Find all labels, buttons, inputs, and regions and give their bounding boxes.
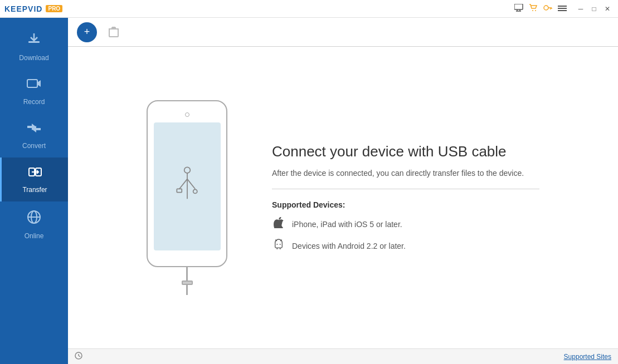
delete-button[interactable] — [104, 22, 124, 42]
title-bar: KEEPVID PRO ─ □ ✕ — [0, 0, 618, 18]
phone-camera — [185, 112, 189, 117]
transfer-label: Transfer — [22, 186, 47, 194]
usb-symbol-icon — [171, 164, 204, 209]
key-icon[interactable] — [543, 4, 552, 13]
download-icon — [26, 31, 42, 51]
online-label: Online — [25, 232, 44, 240]
sidebar-item-record[interactable]: Record — [0, 70, 68, 114]
cable-head — [182, 281, 193, 285]
supported-devices-title: Supported Devices: — [272, 200, 539, 209]
usb-cable — [182, 267, 193, 295]
record-icon — [26, 77, 42, 95]
svg-rect-33 — [177, 189, 182, 192]
svg-rect-24 — [109, 29, 118, 37]
svg-rect-16 — [27, 80, 37, 87]
android-device-item: Devices with Android 2.2 or later. — [272, 239, 539, 253]
sidebar-item-transfer[interactable]: Transfer — [0, 158, 68, 201]
phone-graphic — [147, 100, 227, 267]
logo-area: KEEPVID PRO — [4, 4, 62, 13]
sidebar-item-download[interactable]: Download — [0, 23, 68, 70]
device-list: iPhone, iPad with iOS 5 or later. Device… — [272, 217, 539, 253]
android-icon — [272, 239, 285, 253]
convert-icon — [26, 121, 42, 139]
app-name: KEEPVID — [4, 4, 42, 13]
svg-line-32 — [187, 179, 195, 189]
phone-screen — [154, 122, 221, 250]
download-label: Download — [19, 54, 48, 62]
svg-point-37 — [280, 244, 281, 245]
svg-line-44 — [79, 356, 80, 357]
svg-line-31 — [179, 179, 187, 189]
ios-device-text: iPhone, iPad with iOS 5 or later. — [292, 220, 402, 229]
sidebar-item-online[interactable]: Online — [0, 201, 68, 248]
online-icon — [26, 209, 42, 229]
svg-point-5 — [535, 10, 536, 11]
main-layout: Download Record Convert Transfer Online — [0, 18, 618, 364]
svg-point-4 — [532, 10, 533, 11]
clock-icon — [75, 352, 82, 361]
svg-point-29 — [184, 167, 190, 173]
android-device-text: Devices with Android 2.2 or later. — [292, 242, 406, 250]
info-panel: Connect your device with USB cable After… — [272, 142, 539, 253]
svg-point-34 — [193, 189, 197, 193]
svg-point-6 — [544, 6, 548, 10]
sidebar: Download Record Convert Transfer Online — [0, 18, 68, 364]
supported-sites-link[interactable]: Supported Sites — [564, 353, 611, 361]
content-main: Connect your device with USB cable After… — [68, 47, 618, 348]
svg-rect-0 — [514, 4, 523, 9]
add-button[interactable]: + — [77, 22, 97, 42]
connect-subtitle: After the device is connected, you can d… — [272, 169, 539, 178]
maximize-button[interactable]: □ — [588, 3, 600, 15]
status-left — [75, 352, 82, 361]
apple-icon — [272, 217, 285, 231]
window-controls: ─ □ ✕ — [575, 3, 614, 15]
content-area: + — [68, 18, 618, 364]
title-bar-icons — [514, 4, 567, 13]
device-illustration — [147, 100, 227, 295]
cart-icon[interactable] — [529, 4, 538, 13]
record-label: Record — [23, 98, 45, 106]
transfer-icon — [27, 165, 43, 183]
connect-title: Connect your device with USB cable — [272, 142, 539, 161]
sidebar-item-convert[interactable]: Convert — [0, 114, 68, 158]
status-bar: Supported Sites — [68, 348, 618, 364]
ios-device-item: iPhone, iPad with iOS 5 or later. — [272, 217, 539, 231]
close-button[interactable]: ✕ — [601, 3, 614, 15]
info-divider — [272, 189, 539, 189]
pro-badge: PRO — [46, 5, 62, 12]
cable-wire-bottom — [186, 285, 188, 295]
monitor-icon[interactable] — [514, 4, 523, 13]
toolbar: + — [68, 18, 618, 47]
minimize-button[interactable]: ─ — [575, 3, 587, 15]
convert-label: Convert — [22, 142, 46, 150]
menu-icon[interactable] — [558, 4, 567, 13]
cable-wire-top — [186, 267, 188, 281]
svg-point-36 — [276, 244, 278, 245]
status-right: Supported Sites — [564, 353, 611, 361]
